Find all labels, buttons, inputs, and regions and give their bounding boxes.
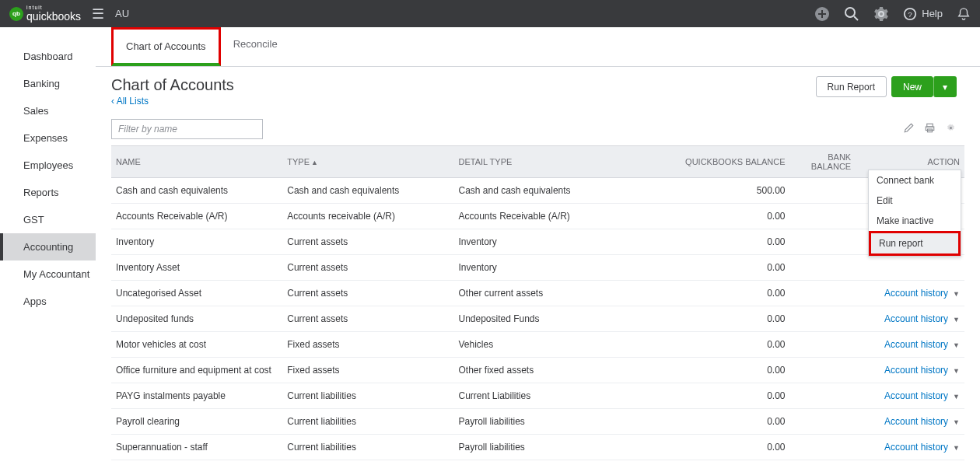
action-dropdown-caret[interactable]: ▼ bbox=[953, 316, 960, 323]
cell-detail: Inventory bbox=[453, 229, 620, 255]
cell-bank-balance bbox=[789, 332, 856, 358]
account-history-link[interactable]: Account history bbox=[884, 339, 948, 350]
cell-action: Account history▼ bbox=[856, 409, 964, 435]
sort-asc-icon: ▲ bbox=[311, 159, 318, 166]
help-label: Help bbox=[922, 8, 943, 19]
tab-reconcile[interactable]: Reconcile bbox=[221, 27, 290, 66]
sidebar-item-dashboard[interactable]: Dashboard bbox=[0, 43, 96, 70]
cell-bank-balance bbox=[789, 204, 856, 229]
run-report-button[interactable]: Run Report bbox=[816, 76, 887, 97]
cell-bank-balance bbox=[789, 435, 856, 460]
cell-qb-balance: 0.00 bbox=[620, 358, 789, 383]
account-history-link[interactable]: Account history bbox=[884, 390, 948, 401]
qb-logo-icon: qb bbox=[9, 7, 23, 21]
cell-action: Account history▼ bbox=[856, 383, 964, 409]
dropdown-make-inactive[interactable]: Make inactive bbox=[869, 211, 961, 231]
accounts-table: NAME TYPE▲ DETAIL TYPE QUICKBOOKS BALANC… bbox=[111, 145, 964, 460]
cell-qb-balance: 0.00 bbox=[620, 229, 789, 255]
tab-bar: Chart of Accounts Reconcile bbox=[96, 27, 980, 67]
gear-icon[interactable] bbox=[873, 6, 889, 22]
new-button-dropdown[interactable]: ▾ bbox=[933, 76, 957, 97]
action-dropdown-caret[interactable]: ▼ bbox=[953, 444, 960, 452]
settings-icon[interactable] bbox=[945, 122, 957, 137]
cell-type: Cash and cash equivalents bbox=[282, 178, 453, 204]
sidebar-item-gst[interactable]: GST bbox=[0, 206, 96, 233]
dropdown-connect-bank[interactable]: Connect bank bbox=[869, 170, 961, 191]
cell-bank-balance bbox=[789, 229, 856, 255]
sidebar-item-expenses[interactable]: Expenses bbox=[0, 124, 96, 152]
logo[interactable]: qb intuit quickbooks bbox=[9, 5, 81, 23]
new-button[interactable]: New bbox=[891, 76, 933, 97]
cell-detail: Current Liabilities bbox=[453, 383, 620, 409]
sidebar-item-apps[interactable]: Apps bbox=[0, 288, 96, 315]
action-dropdown-caret[interactable]: ▼ bbox=[953, 418, 960, 426]
col-bank-balance[interactable]: BANK BALANCE bbox=[789, 146, 856, 178]
table-row: Motor vehicles at costFixed assetsVehicl… bbox=[111, 332, 964, 358]
col-detail[interactable]: DETAIL TYPE bbox=[453, 146, 620, 178]
table-row: PAYG instalments payableCurrent liabilit… bbox=[111, 383, 964, 409]
cell-type: Current assets bbox=[282, 281, 453, 306]
help-button[interactable]: ? Help bbox=[903, 7, 943, 21]
table-row: Superannuation - staffCurrent liabilitie… bbox=[111, 435, 964, 460]
print-icon[interactable] bbox=[924, 122, 936, 137]
col-qb-balance[interactable]: QUICKBOOKS BALANCE bbox=[620, 146, 789, 178]
sidebar-item-employees[interactable]: Employees bbox=[0, 152, 96, 179]
account-history-link[interactable]: Account history bbox=[884, 365, 948, 376]
menu-icon[interactable]: ☰ bbox=[92, 5, 104, 23]
cell-detail: Accounts Receivable (A/R) bbox=[453, 204, 620, 229]
sidebar-item-accounting[interactable]: Accounting bbox=[0, 233, 96, 260]
tab-chart-of-accounts[interactable]: Chart of Accounts bbox=[111, 27, 221, 66]
cell-type: Current assets bbox=[282, 255, 453, 281]
search-icon[interactable] bbox=[844, 6, 859, 22]
svg-rect-5 bbox=[926, 127, 934, 131]
action-dropdown-caret[interactable]: ▼ bbox=[953, 367, 960, 375]
bell-icon[interactable] bbox=[957, 7, 971, 21]
cell-bank-balance bbox=[789, 383, 856, 409]
cell-detail: Vehicles bbox=[453, 332, 620, 358]
sidebar-item-banking[interactable]: Banking bbox=[0, 70, 96, 97]
cell-type: Current assets bbox=[282, 306, 453, 332]
cell-bank-balance bbox=[789, 255, 856, 281]
cell-detail: Inventory bbox=[453, 255, 620, 281]
add-icon[interactable] bbox=[814, 6, 830, 22]
cell-name: Office furniture and equipment at cost bbox=[111, 358, 282, 383]
cell-type: Current liabilities bbox=[282, 409, 453, 435]
action-dropdown-caret[interactable]: ▼ bbox=[953, 290, 960, 298]
cell-name: Superannuation - staff bbox=[111, 435, 282, 460]
cell-qb-balance: 0.00 bbox=[620, 383, 789, 409]
region-label: AU bbox=[115, 8, 129, 19]
cell-bank-balance bbox=[789, 409, 856, 435]
sidebar-item-reports[interactable]: Reports bbox=[0, 179, 96, 206]
filter-input[interactable] bbox=[111, 119, 263, 139]
account-history-link[interactable]: Account history bbox=[884, 288, 948, 299]
cell-action: Account history▼ bbox=[856, 306, 964, 332]
sidebar-item-my-accountant[interactable]: My Accountant bbox=[0, 260, 96, 288]
sidebar-item-sales[interactable]: Sales bbox=[0, 97, 96, 124]
account-history-link[interactable]: Account history bbox=[884, 442, 948, 453]
table-row: Inventory AssetCurrent assetsInventory0.… bbox=[111, 255, 964, 281]
dropdown-run-report[interactable]: Run report bbox=[869, 231, 961, 256]
dropdown-edit[interactable]: Edit bbox=[869, 191, 961, 211]
cell-type: Fixed assets bbox=[282, 358, 453, 383]
account-history-link[interactable]: Account history bbox=[884, 416, 948, 427]
cell-detail: Other fixed assets bbox=[453, 358, 620, 383]
col-name[interactable]: NAME bbox=[111, 146, 282, 178]
cell-qb-balance: 0.00 bbox=[620, 409, 789, 435]
cell-detail: Payroll liabilities bbox=[453, 435, 620, 460]
cell-qb-balance: 0.00 bbox=[620, 281, 789, 306]
col-type[interactable]: TYPE▲ bbox=[282, 146, 453, 178]
cell-action: Account history▼ bbox=[856, 435, 964, 460]
cell-type: Current liabilities bbox=[282, 383, 453, 409]
table-row: Payroll clearingCurrent liabilitiesPayro… bbox=[111, 409, 964, 435]
action-dropdown-caret[interactable]: ▼ bbox=[953, 393, 960, 400]
table-row: Undeposited fundsCurrent assetsUndeposit… bbox=[111, 306, 964, 332]
breadcrumb-all-lists[interactable]: All Lists bbox=[111, 96, 234, 107]
topbar: qb intuit quickbooks ☰ AU ? Help bbox=[0, 0, 980, 27]
cell-qb-balance: 0.00 bbox=[620, 255, 789, 281]
cell-detail: Cash and cash equivalents bbox=[453, 178, 620, 204]
table-row: Uncategorised AssetCurrent assetsOther c… bbox=[111, 281, 964, 306]
action-dropdown-caret[interactable]: ▼ bbox=[953, 341, 960, 349]
cell-type: Current assets bbox=[282, 229, 453, 255]
account-history-link[interactable]: Account history bbox=[884, 313, 948, 324]
edit-icon[interactable] bbox=[903, 122, 915, 137]
